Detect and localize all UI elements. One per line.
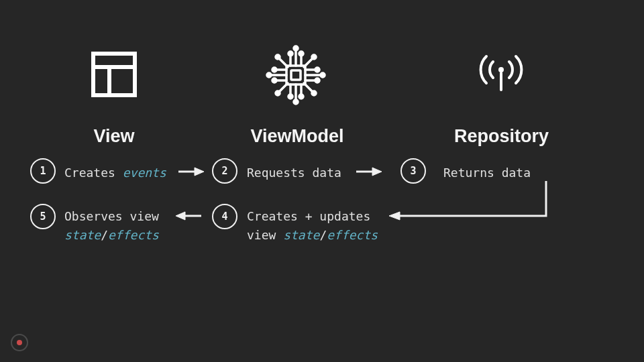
- svg-point-36: [312, 91, 316, 95]
- column-heading-viewmodel: ViewModel: [233, 126, 361, 147]
- column-heading-view: View: [60, 126, 168, 147]
- svg-point-14: [294, 100, 298, 104]
- step-text-4: Creates + updates view state/effects: [247, 207, 378, 245]
- step5-highlight-state: state: [64, 228, 101, 242]
- svg-point-20: [267, 73, 271, 77]
- antenna-icon: [476, 51, 527, 101]
- step-text-2: Requests data: [247, 164, 341, 182]
- svg-point-32: [312, 55, 316, 59]
- svg-marker-43: [389, 212, 400, 220]
- svg-rect-0: [93, 54, 135, 95]
- step-number-4: 4: [212, 204, 237, 229]
- arrow-2-to-3: [355, 166, 382, 177]
- svg-rect-4: [291, 70, 301, 80]
- svg-line-29: [280, 59, 288, 67]
- step4-line1: Creates + updates: [247, 209, 370, 223]
- svg-point-18: [272, 68, 276, 72]
- step-number-2: 2: [212, 158, 237, 184]
- svg-point-26: [321, 73, 325, 77]
- step-number-1: 1: [30, 158, 56, 184]
- svg-point-28: [315, 78, 319, 82]
- svg-line-33: [280, 83, 288, 91]
- step5-line1: Observes view: [64, 209, 159, 223]
- arrow-4-to-5: [173, 210, 203, 221]
- step1-pre: Creates: [64, 166, 123, 180]
- svg-point-30: [276, 55, 280, 59]
- arrow-1-to-2: [177, 166, 204, 177]
- step-number-5: 5: [30, 204, 56, 229]
- arrow-3-to-4: [385, 178, 553, 227]
- view-icon: [91, 51, 138, 101]
- svg-line-35: [304, 83, 312, 91]
- step-text-5: Observes view state/effects: [64, 207, 159, 245]
- svg-point-8: [294, 46, 298, 50]
- step1-highlight-events: events: [123, 166, 166, 180]
- step5-highlight-effects: effects: [108, 228, 159, 242]
- svg-marker-45: [176, 212, 185, 220]
- svg-point-10: [299, 52, 303, 56]
- chip-icon: [264, 43, 328, 110]
- svg-point-12: [288, 95, 292, 99]
- svg-point-34: [276, 91, 280, 95]
- step-text-1: Creates events: [64, 164, 166, 182]
- svg-line-31: [304, 59, 312, 67]
- svg-marker-40: [195, 168, 204, 176]
- step5-slash: /: [101, 228, 108, 242]
- column-heading-repository: Repository: [429, 126, 574, 147]
- svg-point-16: [299, 95, 303, 99]
- svg-point-37: [498, 67, 504, 72]
- step4-line2-pre: view: [247, 228, 283, 242]
- svg-point-24: [315, 68, 319, 72]
- record-indicator-icon: [11, 334, 28, 351]
- step4-highlight-state: state: [283, 228, 319, 242]
- svg-point-6: [288, 52, 292, 56]
- step4-slash: /: [319, 228, 327, 242]
- svg-marker-42: [372, 168, 382, 176]
- step4-highlight-effects: effects: [327, 228, 378, 242]
- svg-rect-3: [286, 66, 305, 84]
- svg-point-22: [272, 78, 276, 82]
